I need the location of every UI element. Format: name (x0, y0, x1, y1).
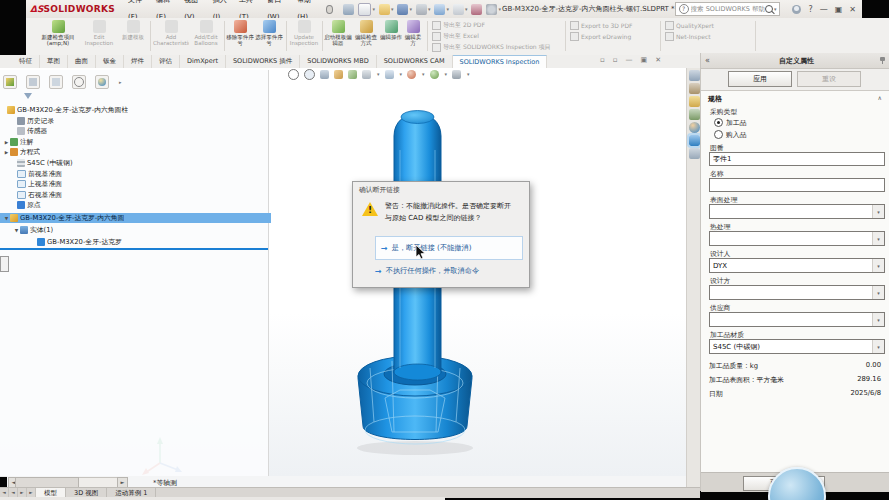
menu-pin-icon[interactable] (326, 5, 333, 14)
tree-tabs-overflow-icon[interactable]: ▸ (119, 79, 122, 85)
open-document-icon[interactable]: ▾ (378, 2, 395, 16)
new-document-icon[interactable]: ▾ (357, 2, 376, 16)
tree-item-part-root[interactable]: GB-M3X20-全牙-达克罗-内六角圆柱 (0, 105, 268, 115)
apply-scene-icon[interactable] (430, 70, 439, 79)
forum-icon[interactable] (689, 148, 700, 159)
break-link-option[interactable]: → 是，断开链接 (不能撤消) (375, 236, 523, 260)
edit-inspection-methods-button[interactable]: 编辑检查方式 (353, 20, 379, 53)
expander-icon[interactable]: ▶ (3, 150, 10, 155)
displaymanager-tab-icon[interactable] (95, 75, 109, 89)
radio-machined-part[interactable] (714, 118, 723, 127)
display-style-icon[interactable] (362, 70, 371, 79)
tree-item-annotations[interactable]: ▶ 注解 (0, 137, 271, 147)
supplier-select[interactable]: ▾ (709, 312, 885, 327)
surface-treatment-select[interactable]: ▾ (709, 204, 885, 219)
expander-icon[interactable]: ▼ (13, 228, 20, 233)
hide-show-items-icon[interactable] (385, 70, 394, 79)
options-gear-icon[interactable]: ▾ (485, 2, 502, 16)
tree-item-history[interactable]: 历史记录 (0, 116, 278, 126)
tab-inspection[interactable]: SOLIDWORKS Inspection (453, 55, 548, 68)
edit-vendors-button[interactable]: 编辑卖方 (403, 20, 423, 53)
appearances-icon[interactable] (689, 122, 700, 133)
remove-balloons-button[interactable]: 移除零件序号 (226, 20, 254, 53)
view-settings-icon[interactable] (452, 70, 461, 79)
select-balloons-button[interactable]: 选择零件序号 (255, 20, 283, 53)
design-party-select[interactable]: ▾ (709, 285, 885, 300)
expander-icon[interactable]: ▼ (3, 216, 10, 221)
propertymanager-tab-icon[interactable] (26, 75, 40, 89)
doc-icon-a[interactable]: ▫ (600, 56, 605, 64)
tree-filter-icon[interactable] (24, 93, 32, 99)
tree-item-top-plane[interactable]: 上视基准面 (0, 179, 278, 189)
close-button[interactable]: ✕ (849, 5, 856, 14)
view-palette-icon[interactable] (689, 109, 700, 120)
panel-splitter-handle[interactable] (0, 256, 9, 272)
tree-item-front-plane[interactable]: 前视基准面 (0, 169, 278, 179)
design-library-icon[interactable] (689, 83, 700, 94)
name-input[interactable] (709, 178, 885, 192)
tree-item-origin[interactable]: 原点 (0, 200, 278, 210)
tree-item-equations[interactable]: ▶ 方程式 (0, 147, 271, 157)
launch-template-editor-button[interactable]: 启动模板编辑器 (324, 20, 352, 53)
radio-purchased-part[interactable] (714, 130, 723, 139)
apply-button[interactable]: 应用 (728, 71, 792, 87)
pin-panel-icon[interactable] (879, 57, 886, 64)
material-select[interactable]: S45C (中碳钢)▾ (709, 339, 885, 354)
tab-evaluate[interactable]: 评估 (152, 55, 180, 68)
dimxpertmanager-tab-icon[interactable] (72, 75, 86, 89)
help-button[interactable]: ? (808, 5, 812, 14)
zoom-to-fit-icon[interactable] (288, 69, 299, 80)
tree-item-right-plane[interactable]: 右视基准面 (0, 190, 278, 200)
drawing-number-input[interactable] (709, 152, 885, 166)
collapse-panel-icon[interactable]: « (701, 56, 714, 65)
featuremanager-tab-icon[interactable] (3, 75, 17, 89)
doc-restore-button[interactable]: ▣ (641, 56, 648, 64)
expander-icon[interactable]: ▶ (3, 140, 10, 145)
help-search-box[interactable]: ? 搜索 SOLIDWORKS 帮助 ▾ (675, 2, 781, 16)
tree-item-material[interactable]: S45C (中碳钢) (0, 158, 278, 168)
zoom-to-area-icon[interactable] (304, 69, 315, 80)
tab-mbd[interactable]: SOLIDWORKS MBD (300, 55, 376, 68)
rebuild-icon[interactable] (470, 2, 483, 16)
edit-appearance-icon[interactable] (407, 70, 416, 79)
login-avatar-icon[interactable] (792, 5, 801, 14)
tab-dimxpert[interactable]: DimXpert (180, 55, 226, 68)
edit-operations-button[interactable]: 编辑操作 (380, 20, 402, 53)
tab-sketch[interactable]: 草图 (40, 55, 68, 68)
tab-sheet-metal[interactable]: 钣金 (96, 55, 124, 68)
restore-button[interactable]: ▣ (835, 5, 843, 14)
home-icon[interactable] (342, 2, 355, 16)
tab-surfaces[interactable]: 曲面 (68, 55, 96, 68)
save-icon[interactable]: ▾ (396, 2, 413, 16)
resources-home-icon[interactable] (689, 70, 700, 81)
file-explorer-icon[interactable] (689, 96, 700, 107)
measure-icon[interactable] (348, 70, 357, 79)
configurationmanager-tab-icon[interactable] (49, 75, 63, 89)
undo-icon[interactable]: ▾ (433, 2, 450, 16)
solidworks-window: ΔS SOLIDWORKS 文件(F) 编辑(E) 视图(V) 插入(I) 工具… (0, 0, 889, 500)
doc-icon-b[interactable]: ▫ (613, 56, 618, 64)
tab-weldments[interactable]: 焊件 (124, 55, 152, 68)
custom-properties-tab-icon[interactable] (689, 135, 700, 146)
tab-addins[interactable]: SOLIDWORKS 插件 (226, 55, 300, 68)
previous-view-icon[interactable] (320, 70, 329, 79)
tab-cam[interactable]: SOLIDWORKS CAM (377, 55, 453, 68)
tree-item-imported-part-selected[interactable]: ▼ GB-M3X20-全牙-达克罗-内六角圆 (0, 213, 271, 223)
select-icon[interactable]: ▾ (452, 2, 469, 16)
tree-item-sensors[interactable]: 传感器 (0, 126, 278, 136)
search-icon[interactable] (765, 5, 773, 13)
print-icon[interactable]: ▾ (415, 2, 432, 16)
tree-item-solid-body[interactable]: GB-M3X20-全牙-达克罗 (0, 237, 298, 247)
heat-treatment-select[interactable]: ▾ (709, 231, 885, 246)
tab-features[interactable]: 特征 (12, 55, 40, 68)
doc-close-button[interactable]: ✕ (655, 56, 661, 64)
designer-select[interactable]: DYX▾ (709, 258, 885, 273)
doc-minimize-button[interactable]: — (626, 56, 633, 64)
cancel-option[interactable]: → 不执行任何操作，并取消命令 (375, 266, 521, 276)
plane-icon (17, 170, 26, 178)
new-inspection-project-button[interactable]: 新建检查项目 (amp;N) (40, 20, 76, 53)
minimize-button[interactable]: — (820, 5, 828, 14)
group-collapse-icon[interactable]: ∧ (878, 94, 882, 101)
section-view-icon[interactable] (334, 70, 343, 79)
tree-item-solid-bodies-folder[interactable]: ▼ 实体(1) (0, 225, 281, 235)
